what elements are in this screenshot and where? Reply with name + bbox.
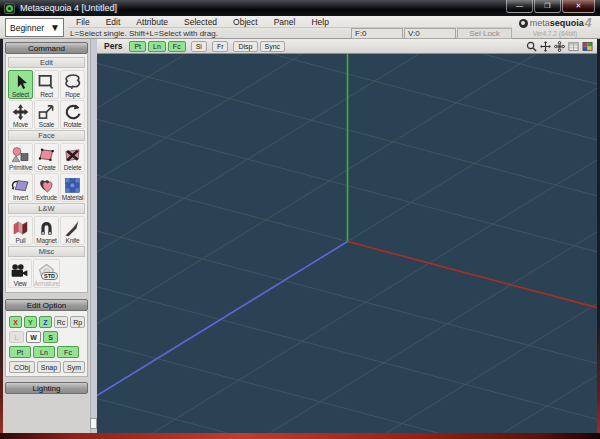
face-count-field: F:0 bbox=[351, 28, 403, 39]
command-pull[interactable]: Pull bbox=[8, 216, 33, 245]
toolbar: Beginner ▼ File Edit Attribute Selected … bbox=[0, 16, 600, 39]
sidebar: Command Edit Select Rect bbox=[3, 39, 97, 433]
menu-selected[interactable]: Selected bbox=[176, 17, 225, 27]
zoom-tool-icon[interactable] bbox=[525, 40, 538, 53]
command-view[interactable]: View bbox=[8, 259, 32, 288]
lighting-panel-header[interactable]: Lighting bbox=[5, 382, 88, 394]
delete-face-icon bbox=[62, 145, 83, 164]
command-invert[interactable]: Invert bbox=[8, 173, 33, 202]
brand-logo: metasequoia4 Ver4.7.2 (64bit) bbox=[513, 16, 597, 39]
menu-edit[interactable]: Edit bbox=[98, 17, 129, 27]
sym-toggle[interactable]: Sym bbox=[63, 361, 85, 373]
app-icon bbox=[4, 3, 15, 14]
title-bar: Metasequoia 4 [Untitled] — ❐ ✕ bbox=[0, 0, 600, 16]
viewport-canvas[interactable] bbox=[97, 54, 597, 433]
edit-option-panel: Edit Option X Y Z Rc Rp L W S bbox=[5, 299, 88, 377]
section-edit-header: Edit bbox=[8, 57, 85, 68]
menu-attribute[interactable]: Attribute bbox=[128, 17, 176, 27]
material-grid-icon bbox=[62, 175, 83, 194]
pan-tool-icon[interactable] bbox=[539, 40, 552, 53]
minimize-button[interactable]: — bbox=[506, 0, 533, 13]
screen-toggle[interactable]: S bbox=[43, 331, 58, 343]
magnet-icon bbox=[36, 218, 57, 237]
world-toggle[interactable]: W bbox=[26, 331, 41, 343]
line-toggle[interactable]: Ln bbox=[33, 346, 55, 358]
move-arrows-icon bbox=[10, 102, 31, 121]
rotate-view-icon[interactable] bbox=[553, 40, 566, 53]
viewport-sync-toggle[interactable]: Sync bbox=[260, 41, 286, 52]
command-primitive[interactable]: Primitive bbox=[8, 143, 33, 172]
viewport-fr-toggle[interactable]: Fr bbox=[212, 41, 229, 52]
viewport-disp-toggle[interactable]: Disp bbox=[233, 41, 257, 52]
sidebar-scroll-grip[interactable] bbox=[90, 418, 97, 429]
vertex-count-field: V:0 bbox=[404, 28, 456, 39]
viewport-fc-toggle[interactable]: Fc bbox=[168, 41, 186, 52]
menu-object[interactable]: Object bbox=[225, 17, 266, 27]
scale-icon bbox=[36, 102, 57, 121]
point-toggle[interactable]: Pt bbox=[9, 346, 31, 358]
section-lw-header: L&W bbox=[8, 203, 85, 214]
menu-file[interactable]: File bbox=[68, 17, 98, 27]
main-area: Command Edit Select Rect bbox=[3, 39, 597, 433]
axis-x-toggle[interactable]: X bbox=[9, 316, 22, 328]
window-frame-bottom bbox=[0, 433, 600, 439]
rc-toggle[interactable]: Rc bbox=[54, 316, 69, 328]
snap-toggle[interactable]: Snap bbox=[37, 361, 61, 373]
object-panel-icon[interactable] bbox=[567, 40, 580, 53]
command-delete[interactable]: Delete bbox=[60, 143, 85, 172]
viewport-header: Pers Pt Ln Fc Si Fr Disp Sync bbox=[97, 39, 597, 54]
rect-select-icon bbox=[36, 72, 57, 91]
command-knife[interactable]: Knife bbox=[60, 216, 85, 245]
window-frame-left bbox=[0, 39, 3, 439]
command-rect[interactable]: Rect bbox=[34, 70, 59, 99]
command-extrude[interactable]: Extrude bbox=[34, 173, 59, 202]
rotate-icon bbox=[62, 102, 83, 121]
command-create[interactable]: Create bbox=[34, 143, 59, 172]
command-rope[interactable]: Rope bbox=[60, 70, 85, 99]
section-face-header: Face bbox=[8, 130, 85, 141]
command-material[interactable]: Material bbox=[60, 173, 85, 202]
command-scale[interactable]: Scale bbox=[34, 100, 59, 129]
std-badge: STD bbox=[41, 272, 58, 280]
command-magnet[interactable]: Magnet bbox=[34, 216, 59, 245]
viewport-si-toggle[interactable]: Si bbox=[191, 41, 207, 52]
extrude-icon bbox=[36, 175, 57, 194]
app-window: Metasequoia 4 [Untitled] — ❐ ✕ Beginner … bbox=[0, 0, 600, 439]
primitive-shapes-icon bbox=[10, 145, 31, 164]
mode-dropdown-value: Beginner bbox=[10, 23, 44, 33]
select-cursor-icon bbox=[10, 72, 31, 91]
command-panel-header[interactable]: Command bbox=[5, 42, 88, 54]
movie-camera-icon bbox=[9, 261, 30, 280]
close-button[interactable]: ✕ bbox=[562, 0, 595, 13]
local-toggle[interactable]: L bbox=[9, 331, 24, 343]
invert-face-icon bbox=[10, 175, 31, 194]
mode-dropdown[interactable]: Beginner ▼ bbox=[5, 18, 64, 37]
command-armature[interactable]: STD Armature bbox=[33, 259, 60, 288]
sidebar-scrollbar[interactable] bbox=[90, 39, 97, 433]
command-select[interactable]: Select bbox=[8, 70, 33, 99]
section-misc-header: Misc bbox=[8, 246, 85, 257]
create-face-icon bbox=[36, 145, 57, 164]
face-toggle[interactable]: Fc bbox=[57, 346, 79, 358]
command-rotate[interactable]: Rotate bbox=[60, 100, 85, 129]
material-panel-icon[interactable] bbox=[581, 40, 594, 53]
menu-bar: File Edit Attribute Selected Object Pane… bbox=[68, 16, 512, 27]
rp-toggle[interactable]: Rp bbox=[70, 316, 85, 328]
menu-panel[interactable]: Panel bbox=[266, 17, 304, 27]
hint-text: L=Select single. Shift+L=Select with dra… bbox=[68, 29, 351, 38]
hint-row: L=Select single. Shift+L=Select with dra… bbox=[68, 27, 512, 39]
axis-y-toggle[interactable]: Y bbox=[24, 316, 37, 328]
view-mode-label[interactable]: Pers bbox=[104, 41, 122, 51]
edit-option-panel-header[interactable]: Edit Option bbox=[5, 299, 88, 311]
metasequoia-logo-icon bbox=[519, 19, 528, 28]
viewport-ln-toggle[interactable]: Ln bbox=[148, 41, 166, 52]
maximize-button[interactable]: ❐ bbox=[534, 0, 561, 13]
window-controls: — ❐ ✕ bbox=[505, 0, 595, 13]
menu-help[interactable]: Help bbox=[303, 17, 336, 27]
pull-ribbon-icon bbox=[10, 218, 31, 237]
axis-z-toggle[interactable]: Z bbox=[39, 316, 52, 328]
command-move[interactable]: Move bbox=[8, 100, 33, 129]
cobj-toggle[interactable]: CObj bbox=[9, 361, 35, 373]
viewport-pt-toggle[interactable]: Pt bbox=[129, 41, 146, 52]
sel-lock-button[interactable]: Sel Lock bbox=[457, 28, 512, 39]
